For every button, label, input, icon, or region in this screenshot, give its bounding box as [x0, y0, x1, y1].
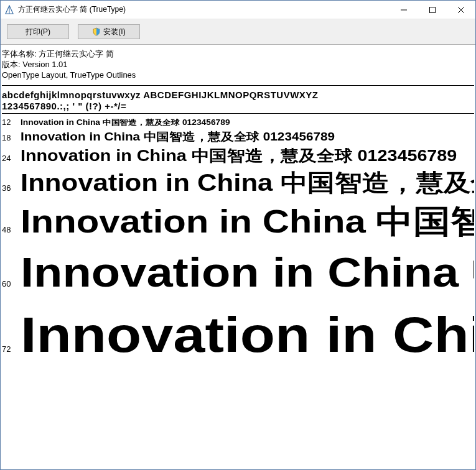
minimize-button[interactable] [390, 1, 418, 19]
font-layout-info: OpenType Layout, TrueType Outlines [2, 70, 136, 80]
separator [2, 85, 474, 86]
sample-row: 18 Innovation in China 中国智造，慧及全球 0123456… [2, 129, 474, 144]
window-controls [390, 1, 475, 19]
font-name-value: 方正何继云实心字 简 [39, 49, 114, 58]
charset-line-1: abcdefghijklmnopqrstuvwxyz ABCDEFGHIJKLM… [2, 90, 474, 101]
size-label: 18 [2, 133, 21, 142]
svg-rect-3 [430, 7, 436, 12]
app-icon [4, 5, 14, 15]
size-label: 12 [2, 118, 21, 127]
titlebar: 方正何继云实心字 简 (TrueType) [1, 1, 475, 19]
content-area: 字体名称: 方正何继云实心字 简 版本: Version 1.01 OpenTy… [1, 45, 475, 372]
font-name-label: 字体名称: [2, 49, 37, 58]
sample-text: Innovation in China 中国智造，慧及全球 0123456789 [21, 302, 474, 369]
sample-row: 60 Innovation in China 中国智造，慧及全球 0123456… [2, 245, 474, 301]
size-label: 60 [2, 279, 21, 288]
sample-list: 12 Innovation in China 中国智造，慧及全球 0123456… [2, 118, 474, 369]
sample-row: 48 Innovation in China 中国智造，慧及全球 0123456… [2, 200, 474, 244]
sample-row: 72 Innovation in China 中国智造，慧及全球 0123456… [2, 302, 474, 369]
install-button-label: 安装(I) [103, 27, 125, 37]
font-version-value: Version 1.01 [22, 60, 67, 69]
sample-text: Innovation in China 中国智造，慧及全球 0123456789 [21, 145, 457, 166]
sample-row: 36 Innovation in China 中国智造，慧及全球 0123456… [2, 167, 474, 199]
sample-row: 12 Innovation in China 中国智造，慧及全球 0123456… [2, 118, 474, 128]
sample-text: Innovation in China 中国智造，慧及全球 0123456789 [21, 129, 335, 144]
install-button[interactable]: 安装(I) [78, 24, 140, 39]
print-button-label: 打印(P) [26, 27, 50, 37]
font-version-label: 版本: [2, 60, 21, 69]
window-title: 方正何继云实心字 简 (TrueType) [18, 4, 390, 15]
sample-text: Innovation in China 中国智造，慧及全球 0123456789 [21, 200, 474, 244]
separator [2, 113, 474, 114]
charset-sample: abcdefghijklmnopqrstuvwxyz ABCDEFGHIJKLM… [2, 90, 474, 112]
sample-text: Innovation in China 中国智造，慧及全球 0123456789 [21, 245, 474, 301]
font-meta: 字体名称: 方正何继云实心字 简 版本: Version 1.01 OpenTy… [2, 47, 474, 84]
charset-line-2: 1234567890.:,; ' " (!?) +-*/= [2, 101, 474, 112]
sample-row: 24 Innovation in China 中国智造，慧及全球 0123456… [2, 145, 474, 166]
shield-icon [92, 27, 101, 36]
size-label: 24 [2, 154, 21, 163]
toolbar: 打印(P) 安装(I) [1, 19, 475, 45]
sample-text: Innovation in China 中国智造，慧及全球 0123456789 [21, 167, 474, 199]
size-label: 48 [2, 225, 21, 234]
sample-text: Innovation in China 中国智造，慧及全球 0123456789 [21, 118, 230, 128]
size-label: 72 [2, 344, 21, 354]
size-label: 36 [2, 183, 21, 193]
maximize-button[interactable] [418, 1, 447, 19]
close-button[interactable] [447, 1, 475, 19]
print-button[interactable]: 打印(P) [7, 24, 69, 39]
